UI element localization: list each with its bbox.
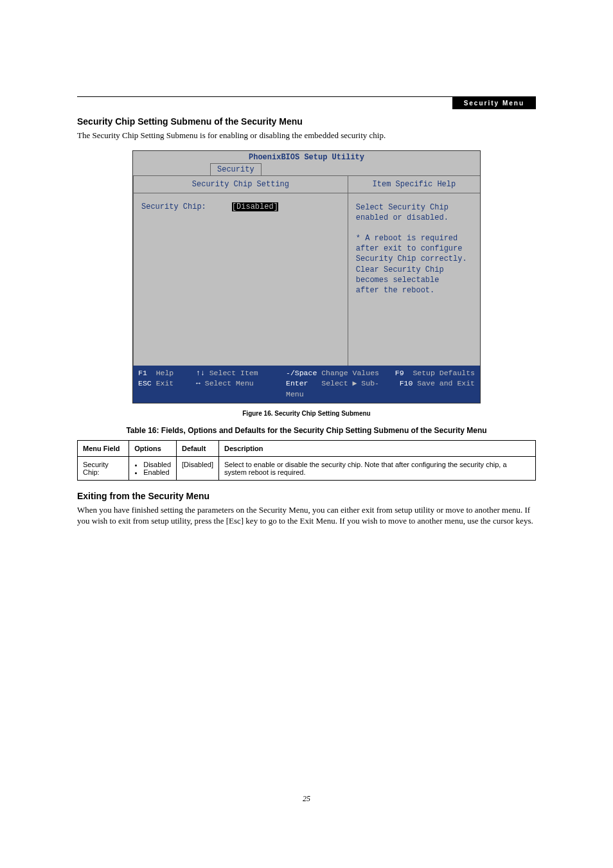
table-header-row: Menu Field Options Default Description (78, 440, 536, 456)
bios-screenshot: PhoenixBIOS Setup Utility Security Secur… (132, 150, 481, 403)
th-description: Description (218, 440, 535, 456)
bios-help-line: after exit to configure (356, 244, 472, 254)
bios-footer: F1 Help ↑↓ Select Item -/Space Change Va… (133, 366, 480, 403)
bios-key-space: -/Space (286, 369, 317, 377)
bios-act-selmenu: Select Menu (205, 379, 254, 387)
page-number: 25 (0, 794, 613, 804)
bios-tabbar: Security (133, 162, 480, 175)
bios-help-line: enabled or disabled. (356, 213, 472, 223)
section1-intro: The Security Chip Setting Submenu is for… (77, 130, 536, 141)
bios-key-lr: ↔ (196, 379, 200, 387)
td-default: [Disabled] (177, 456, 219, 480)
bios-help-line: * A reboot is required (356, 233, 472, 244)
bios-act-save: Save and Exit (417, 379, 475, 387)
bios-help-line: after the reboot. (356, 285, 472, 296)
header-tag: Security Menu (452, 97, 536, 109)
opt-disabled: Disabled (143, 461, 171, 468)
section1-title: Security Chip Setting Submenu of the Sec… (77, 116, 536, 127)
bios-help-line: Select Security Chip (356, 202, 472, 213)
th-menu-field: Menu Field (78, 440, 129, 456)
bios-key-ud: ↑↓ (196, 369, 205, 377)
figure-caption: Figure 16. Security Chip Setting Submenu (77, 410, 536, 417)
td-field: Security Chip: (78, 456, 129, 480)
options-table: Menu Field Options Default Description S… (77, 440, 536, 481)
bios-field-row: Security Chip: [Disabled] (141, 202, 340, 211)
bios-act-exit: Exit (156, 379, 174, 387)
table-caption: Table 16: Fields, Options and Defaults f… (77, 426, 536, 435)
bios-key-esc: ESC (138, 379, 152, 387)
bios-help-line: Security Chip correctly. (356, 254, 472, 264)
bios-help-body: Select Security Chip enabled or disabled… (348, 193, 480, 366)
bios-help-line: Clear Security Chip (356, 265, 472, 275)
section2-body: When you have finished setting the param… (77, 504, 536, 527)
bios-act-help: Help (156, 369, 174, 377)
bios-right-header: Item Specific Help (348, 176, 480, 193)
td-options: Disabled Enabled (129, 456, 177, 480)
bios-field-label: Security Chip: (141, 202, 206, 211)
bios-utility-title: PhoenixBIOS Setup Utility (133, 151, 480, 162)
bios-act-defaults: Setup Defaults (413, 369, 475, 377)
bios-tab-security: Security (210, 163, 262, 175)
bios-key-enter: Enter (286, 379, 308, 387)
bios-key-f10: F10 (400, 379, 413, 387)
bios-help-line: becomes selectable (356, 275, 472, 285)
bios-left-header: Security Chip Setting (133, 176, 348, 193)
td-desc: Select to enable or disable the security… (218, 456, 535, 480)
bios-act-selitem: Select Item (209, 369, 258, 377)
th-default: Default (177, 440, 219, 456)
th-options: Options (129, 440, 177, 456)
section2-title: Exiting from the Security Menu (77, 491, 536, 501)
bios-field-value: [Disabled] (232, 202, 278, 211)
table-row: Security Chip: Disabled Enabled [Disable… (78, 456, 536, 480)
bios-key-f1: F1 (138, 369, 147, 377)
header-rule: Security Menu (77, 96, 536, 109)
bios-help-line (356, 223, 472, 233)
bios-act-change: Change Values (321, 369, 379, 377)
opt-enabled: Enabled (143, 468, 171, 476)
bios-key-f9: F9 (395, 369, 404, 377)
